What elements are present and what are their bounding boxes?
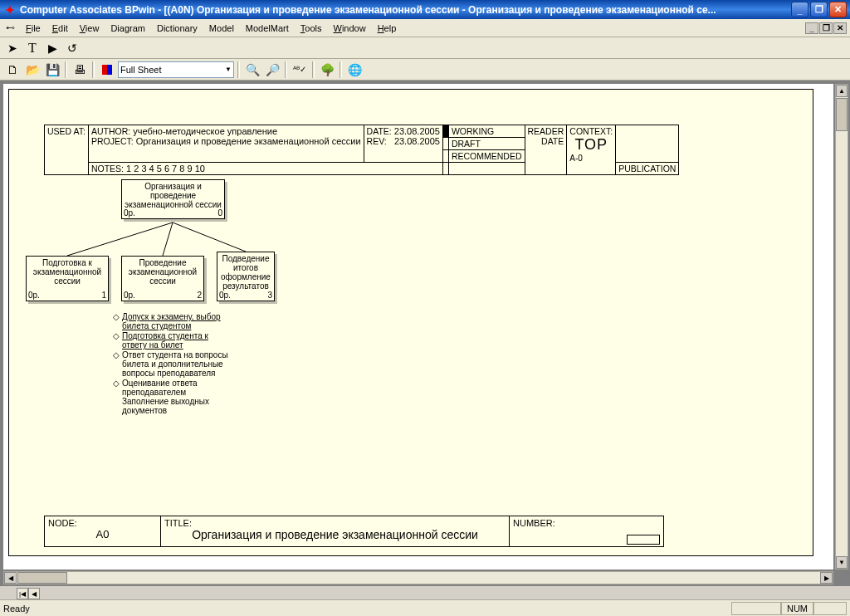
statusbar: Ready NUM [0,599,850,616]
workspace: USED AT: AUTHOR: учебно-методическое упр… [0,81,850,586]
run-tool-button[interactable]: ▶ [43,39,61,57]
scrollbar-horizontal[interactable]: ◀ ▶ [3,571,833,584]
menu-view[interactable]: View [74,22,105,35]
phase-working: WORKING [448,125,525,138]
scroll-thumb-v[interactable] [836,98,848,131]
diagram-canvas[interactable]: USED AT: AUTHOR: учебно-методическое упр… [3,84,833,570]
context-top: TOP [569,136,613,154]
activity-2: Подготовка студента к ответу на билет [122,331,229,350]
node-child-1[interactable]: Подготовка к экзаменационной сессии 0р.1 [26,256,109,301]
footer-title: Организация и проведение экзаменационной… [164,528,506,541]
project-value: Организация и проведение экзаменационной… [136,136,361,146]
globe-button[interactable]: 🌐 [345,61,364,79]
toolbar-standard: 🗋 📂 💾 🖶 Full Sheet 🔍 🔎 ᴬᴮ✓ 🌳 🌐 [0,59,850,81]
menubar: ⊷ File Edit View Diagram Dictionary Mode… [0,19,850,37]
menu-modelmart[interactable]: ModelMart [240,22,295,35]
node-child-3[interactable]: Подведение итогов оформление результатов… [217,252,275,301]
menu-diagram[interactable]: Diagram [105,22,151,35]
phase-recommended: RECOMMENDED [448,150,525,163]
text-tool-button[interactable]: T [23,39,42,57]
scrollbar-vertical[interactable]: ▲ ▼ [835,84,848,570]
menu-edit[interactable]: Edit [46,22,74,35]
status-num: NUM [781,602,813,615]
activity-3: Ответ студента на вопросы билета и допол… [122,350,229,378]
scroll-down-button[interactable]: ▼ [836,556,848,569]
mdi-close-button[interactable]: ✕ [833,22,847,34]
activity-1: Допуск к экзамену, выбор билета студенто… [122,312,229,330]
open-button[interactable]: 📂 [23,61,42,79]
menu-dictionary[interactable]: Dictionary [151,22,203,35]
author-value: учебно-методическое управление [133,126,277,136]
mdi-restore-button[interactable]: ❐ [819,22,833,34]
palette-button[interactable] [98,61,116,79]
scroll-right-button[interactable]: ▶ [820,572,833,584]
used-at-cell: USED AT: [45,125,89,175]
activity-4: Оценивание ответа преподавателем Заполне… [122,379,229,415]
close-button[interactable]: ✕ [829,2,847,17]
undo-loop-button[interactable]: ↺ [63,39,81,57]
menu-tools[interactable]: Tools [295,22,328,35]
phase-publication: PUBLICATION [616,163,679,175]
zoom-out-button[interactable]: 🔎 [263,61,281,79]
zoom-in-button[interactable]: 🔍 [243,61,261,79]
scroll-up-button[interactable]: ▲ [836,85,848,97]
date-value: 23.08.2005 [394,126,440,136]
tree-icon: ⊷ [3,22,17,35]
app-icon: ✦ [3,3,17,17]
save-button[interactable]: 💾 [43,61,61,79]
sheet-tabbar: |◀ ◀ [0,586,850,599]
idef-footer: NODE: A0 TITLE: Организация и проведение… [44,516,664,547]
node-child-2[interactable]: Проведение экзаменационной сессии 0р.2 [121,256,204,301]
tab-first-button[interactable]: |◀ [17,588,28,599]
notes-value: 1 2 3 4 5 6 7 8 9 10 [126,164,205,174]
phase-draft: DRAFT [448,138,525,150]
new-button[interactable]: 🗋 [3,61,22,79]
footer-node: A0 [48,528,157,540]
node-root[interactable]: Организация и проведение экзаменационной… [121,179,225,219]
rev-value: 23.08.2005 [394,136,440,146]
tab-prev-button[interactable]: ◀ [28,588,40,599]
pointer-tool-button[interactable]: ➤ [3,39,22,57]
idef-header: USED AT: AUTHOR: учебно-методическое упр… [44,125,679,175]
mdi-minimize-button[interactable]: _ [805,22,818,34]
svg-line-1 [163,222,173,256]
scroll-left-button[interactable]: ◀ [4,572,17,584]
zoom-select[interactable]: Full Sheet [118,61,234,78]
spellcheck-button[interactable]: ᴬᴮ✓ [291,61,309,79]
svg-line-0 [67,222,173,256]
menu-window[interactable]: Window [327,22,371,35]
minimize-button[interactable]: _ [791,2,808,17]
svg-line-2 [173,222,246,252]
scroll-thumb-h[interactable] [17,572,67,584]
window-titlebar: ✦ Computer Associates BPwin - [(A0N) Орг… [0,0,850,19]
toolbar-modeling: ➤ T ▶ ↺ [0,37,850,59]
tree-view-button[interactable]: 🌳 [318,61,336,79]
menu-file[interactable]: File [20,22,46,35]
menu-help[interactable]: Help [372,22,403,35]
maximize-button[interactable]: ❐ [810,2,828,17]
menu-model[interactable]: Model [203,22,240,35]
print-button[interactable]: 🖶 [71,61,89,79]
status-ready: Ready [3,604,30,614]
window-title: Computer Associates BPwin - [(A0N) Орган… [20,4,789,16]
idef-page: USED AT: AUTHOR: учебно-методическое упр… [8,89,813,556]
activity-list: ◇Допуск к экзамену, выбор билета студент… [113,312,229,416]
